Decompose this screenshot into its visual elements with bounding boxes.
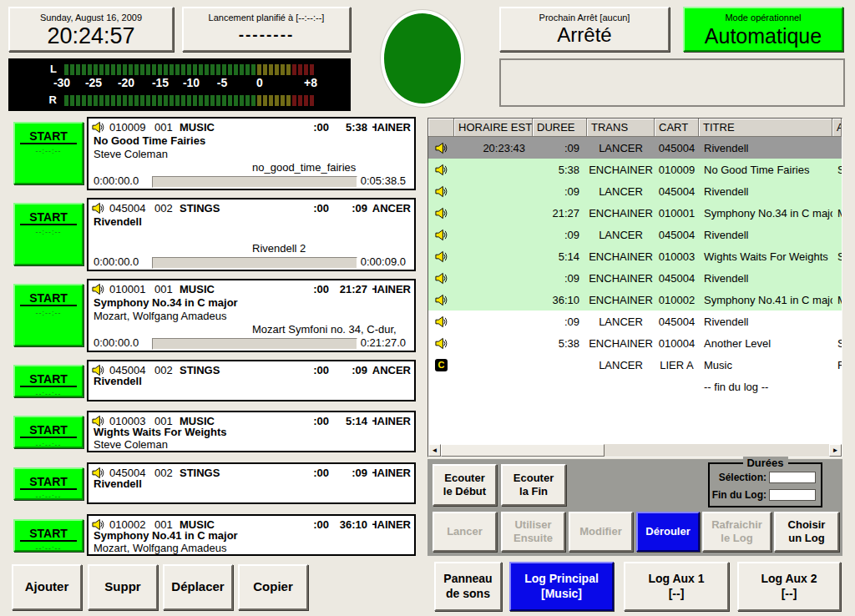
start-point: :00 — [301, 202, 329, 215]
log-row-5[interactable]: :09LANCER045004Rivendell — [428, 224, 842, 245]
log-row-3[interactable]: :09LANCER045004Rivendell — [428, 180, 842, 202]
log-cell-0 — [428, 137, 454, 159]
log-header-HORAIRE EST[interactable]: HORAIRE EST — [454, 119, 533, 137]
edit-event-button-line1: Modifier — [579, 525, 622, 538]
log-cell-5: Symphony No.41 in C major — [699, 289, 832, 311]
scrollbar-thumb[interactable] — [441, 444, 605, 457]
log-cell-1 — [454, 354, 533, 376]
log-row-2[interactable]: 5:38ENCHAINER010009No Good Time FairiesS — [428, 159, 842, 180]
elapsed-time: 0:00:00.0 — [94, 174, 139, 187]
log-row-7[interactable]: :09ENCHAINER045004Rivendell — [428, 267, 842, 289]
start-point: :00 — [301, 364, 329, 376]
start-button-3[interactable]: START--:--:-- — [13, 284, 83, 346]
log-cell-3: ENCHAINER — [587, 332, 655, 354]
log-row-11[interactable]: CLANCERLIER AMusicF — [428, 354, 842, 376]
log-cell-6 — [832, 311, 842, 332]
log-cell-4: 045004 — [655, 224, 699, 245]
log-cell-5: Rivendell — [699, 267, 832, 289]
log-row-10[interactable]: 5:38ENCHAINER010004Another LevelS — [428, 332, 842, 354]
sound-panel-button-line2: de sons — [446, 587, 490, 602]
deck-artist: Steve Coleman — [94, 148, 168, 160]
log-cell-6 — [832, 224, 842, 245]
log-header-TRANS[interactable]: TRANS — [587, 119, 655, 137]
start-button-1[interactable]: START--:--:-- — [13, 122, 83, 184]
scroll-left-button[interactable]: ◄ — [428, 444, 441, 457]
main-log-button-line1: Log Principal — [524, 572, 599, 587]
log-cell-5: Rivendell — [699, 311, 832, 332]
transition-type: ENCHAINER — [372, 283, 411, 295]
refresh-log-button: Rafraichirle Log — [702, 512, 772, 552]
select-log-button-line1: Choisir — [788, 518, 826, 532]
start-button-countdown: --:--:-- — [36, 228, 62, 236]
log-cell-0 — [428, 159, 454, 180]
log-cell-4: 010002 — [655, 289, 699, 311]
start-point: :00 — [301, 518, 329, 531]
log-cell-4: 045004 — [655, 267, 699, 289]
log-cell-0 — [428, 202, 454, 224]
log-header-A[interactable]: A — [832, 119, 842, 137]
start-button-label: START — [20, 210, 77, 225]
horizontal-scrollbar[interactable]: ◄ ► — [428, 444, 842, 457]
add-event-button[interactable]: Ajouter — [12, 564, 82, 610]
move-event-button[interactable]: Déplacer — [163, 564, 233, 610]
start-button-5[interactable]: START--:--:-- — [13, 416, 83, 448]
log-row-6[interactable]: 5:14ENCHAINER010003Wights Waits For Weig… — [428, 245, 842, 267]
cart-deck-panel-3: 010001001MUSIC:0021:27ENCHAINERSymphony … — [87, 279, 416, 352]
group-label: MUSIC — [180, 121, 301, 134]
scroll-to-now-button[interactable]: Dérouler — [636, 512, 700, 552]
deck-artist: Mozart, Wolfgang Amadeus — [94, 542, 226, 554]
start-button-label: START — [20, 423, 77, 438]
log-cell-0 — [428, 245, 454, 267]
audition-start-button[interactable]: Ecouter le Début — [433, 464, 497, 506]
log-cell-0: C — [428, 354, 454, 376]
log-cell-3: LANCER — [587, 354, 655, 376]
log-header-icon[interactable] — [428, 119, 454, 137]
log-header-DUREE[interactable]: DUREE — [533, 119, 587, 137]
operation-mode-button[interactable]: Mode opérationnel Automatique — [683, 7, 843, 52]
select-log-button-line2: un Log — [788, 532, 824, 545]
log-row-9[interactable]: :09LANCER045004Rivendell — [428, 311, 842, 332]
log-header-CART[interactable]: CART — [655, 119, 699, 137]
cut-number: 001 — [154, 121, 180, 134]
start-button-6[interactable]: START--:--:-- — [13, 467, 83, 500]
select-log-button[interactable]: Choisirun Log — [774, 512, 839, 552]
delete-event-button[interactable]: Suppr — [88, 564, 158, 610]
log-row-4[interactable]: 21:27ENCHAINER010001Symphony No.34 in C … — [428, 202, 842, 224]
log-end-duration-label: Fin du Log: — [712, 489, 766, 501]
start-button-4[interactable]: START--:--:-- — [13, 365, 83, 397]
deck-title: Symphony No.34 in C major — [94, 296, 238, 309]
cart-deck-panel-6: 045004002STINGS:00:09ENCHAINERRivendell — [87, 462, 416, 504]
log-cell-2: 21:27 — [533, 202, 587, 224]
log-row-12[interactable]: -- fin du log -- — [428, 376, 842, 397]
log-cell-6 — [832, 376, 842, 397]
start-button-2[interactable]: START--:--:-- — [13, 203, 83, 265]
main-log-button[interactable]: Log Principal[Music] — [509, 562, 614, 611]
deck-header-line: 010009001MUSIC:005:38ENCHAINER — [92, 121, 411, 134]
log-cell-0 — [428, 289, 454, 311]
log-table-header: HORAIRE ESTDUREETRANSCARTTITREA — [428, 119, 842, 137]
aux-log-2-button[interactable]: Log Aux 2[--] — [737, 562, 841, 611]
speaker-icon — [92, 121, 104, 134]
speaker-icon — [92, 283, 104, 295]
speaker-icon — [435, 142, 448, 154]
log-cell-5: Rivendell — [699, 224, 832, 245]
start-button-label: START — [20, 291, 77, 306]
copy-event-button[interactable]: Copier — [238, 564, 308, 610]
start-button-7[interactable]: START--:--:-- — [13, 519, 83, 552]
log-cell-1 — [454, 376, 533, 397]
log-cell-6: M — [832, 289, 842, 311]
selection-duration-label: Sélection: — [719, 472, 766, 483]
log-cell-1 — [454, 159, 533, 180]
sound-panel-button[interactable]: Panneaude sons — [434, 562, 502, 611]
log-cell-2 — [533, 354, 587, 376]
log-row-1[interactable]: 20:23:43:09LANCER045004Rivendell — [428, 137, 842, 159]
audition-end-button[interactable]: Ecouter la Fin — [501, 464, 566, 506]
log-cell-4: 010001 — [655, 202, 699, 224]
refresh-log-button-line2: le Log — [721, 532, 752, 545]
log-row-8[interactable]: 36:10ENCHAINER010002Symphony No.41 in C … — [428, 289, 842, 311]
log-header-TITRE[interactable]: TITRE — [699, 119, 832, 137]
log-cell-2: 5:38 — [533, 159, 587, 180]
scroll-right-button[interactable]: ► — [829, 444, 842, 457]
aux-log-1-button[interactable]: Log Aux 1[--] — [624, 562, 729, 611]
cut-number: 002 — [154, 202, 180, 215]
